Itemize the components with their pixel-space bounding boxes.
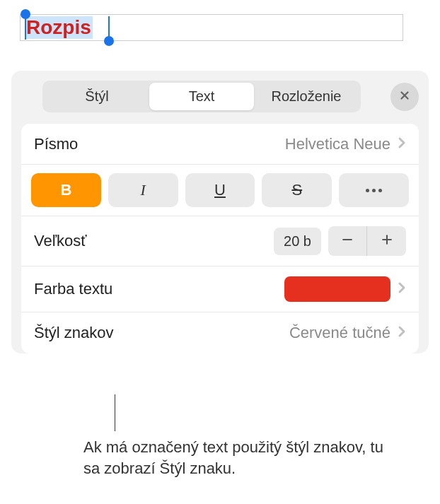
- size-input[interactable]: 20 b: [274, 228, 321, 255]
- font-style-buttons: B I U S: [21, 165, 419, 216]
- font-label: Písmo: [34, 135, 78, 153]
- chevron-right-icon: [398, 324, 406, 342]
- selection-handle-end[interactable]: [104, 36, 114, 46]
- underline-button[interactable]: U: [185, 173, 255, 207]
- bold-button[interactable]: B: [31, 173, 101, 207]
- tab-text[interactable]: Text: [149, 83, 254, 110]
- callout-leader-line: [115, 394, 115, 431]
- format-panel: Štýl Text Rozloženie Písmo Helvetica Neu…: [11, 71, 429, 353]
- text-frame[interactable]: Rozpis: [20, 14, 403, 41]
- minus-icon: [340, 233, 354, 250]
- character-style-value: Červené tučné: [289, 324, 390, 342]
- text-settings-card: Písmo Helvetica Neue B I U S Veľkosť 20 …: [21, 124, 419, 353]
- text-color-label: Farba textu: [34, 280, 112, 298]
- text-color-row[interactable]: Farba textu: [21, 266, 419, 312]
- text-color-swatch[interactable]: [284, 276, 390, 302]
- tab-style[interactable]: Štýl: [45, 83, 149, 110]
- chevron-right-icon: [398, 135, 406, 153]
- size-increment-button[interactable]: [367, 226, 406, 256]
- close-icon: [398, 89, 411, 105]
- more-icon: [366, 189, 382, 192]
- size-stepper: [328, 226, 406, 256]
- selected-text[interactable]: Rozpis: [25, 16, 93, 39]
- size-row: Veľkosť 20 b: [21, 216, 419, 266]
- size-label: Veľkosť: [34, 232, 87, 250]
- callout-text: Ak má označený text použitý štýl znakov,…: [83, 437, 388, 479]
- tab-layout[interactable]: Rozloženie: [254, 83, 359, 110]
- plus-icon: [380, 233, 394, 250]
- character-style-label: Štýl znakov: [34, 324, 114, 342]
- chevron-right-icon: [398, 280, 406, 298]
- character-style-row[interactable]: Štýl znakov Červené tučné: [21, 312, 419, 353]
- italic-button[interactable]: I: [108, 173, 178, 207]
- close-button[interactable]: [390, 83, 419, 111]
- document-canvas: Rozpis: [0, 0, 440, 55]
- selection-handle-start[interactable]: [21, 9, 30, 19]
- font-value: Helvetica Neue: [285, 135, 390, 153]
- size-decrement-button[interactable]: [328, 226, 367, 256]
- font-row[interactable]: Písmo Helvetica Neue: [21, 124, 419, 165]
- more-styles-button[interactable]: [339, 173, 409, 207]
- format-tabbar: Štýl Text Rozloženie: [42, 81, 361, 112]
- strikethrough-button[interactable]: S: [262, 173, 332, 207]
